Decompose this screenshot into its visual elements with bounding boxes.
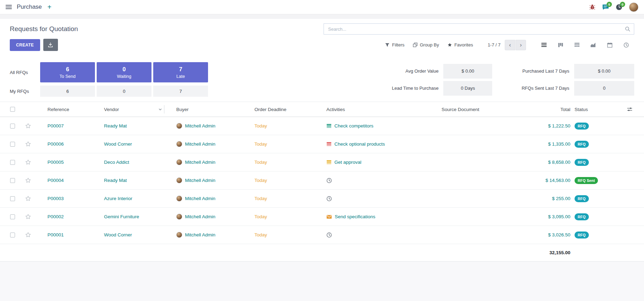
reference-link[interactable]: P00007 — [36, 123, 92, 129]
messages-icon[interactable]: 5 — [602, 4, 609, 10]
reference-link[interactable]: P00005 — [36, 160, 92, 165]
apps-menu-icon[interactable] — [6, 5, 12, 9]
favorite-star-icon[interactable] — [25, 196, 31, 201]
vendor-link[interactable]: Azure Interior — [92, 196, 164, 201]
order-deadline-cell[interactable]: Today — [243, 214, 314, 219]
buyer-cell[interactable]: Mitchell Admin — [164, 177, 243, 183]
search-input[interactable] — [328, 27, 625, 32]
buyer-cell[interactable]: Mitchell Admin — [164, 141, 243, 147]
search-bar[interactable] — [324, 23, 634, 35]
table-row[interactable]: P00004 Ready Mat Mitchell Admin Today $ … — [0, 171, 644, 190]
header-total[interactable]: Total — [505, 107, 571, 112]
order-deadline-cell[interactable]: Today — [243, 232, 314, 237]
export-button[interactable] — [43, 39, 58, 51]
row-checkbox[interactable] — [10, 214, 15, 219]
reference-link[interactable]: P00004 — [36, 178, 92, 183]
activity-cell[interactable]: Send specifications — [314, 214, 430, 220]
buyer-cell[interactable]: Mitchell Admin — [164, 214, 243, 220]
activity-view-button[interactable] — [618, 39, 634, 51]
activity-label[interactable]: Send specifications — [335, 214, 375, 219]
table-row[interactable]: P00005 Deco Addict Mitchell Admin Today … — [0, 153, 644, 171]
favorite-star-icon[interactable] — [25, 159, 31, 165]
activity-cell[interactable] — [314, 232, 430, 238]
optional-columns-button[interactable] — [620, 107, 639, 112]
header-source-document[interactable]: Source Document — [430, 107, 505, 112]
buyer-cell[interactable]: Mitchell Admin — [164, 232, 243, 238]
tile-late[interactable]: 7 Late — [153, 62, 208, 82]
activity-cell[interactable]: Get approval — [314, 160, 430, 165]
activity-icon[interactable] — [326, 232, 332, 238]
buyer-cell[interactable]: Mitchell Admin — [164, 159, 243, 165]
buyer-cell[interactable]: Mitchell Admin — [164, 196, 243, 201]
activity-cell[interactable]: Check optional products — [314, 141, 430, 147]
select-all-checkbox[interactable] — [10, 107, 15, 112]
favorite-star-icon[interactable] — [25, 141, 31, 147]
header-vendor[interactable]: Vendor — [92, 102, 164, 117]
user-avatar[interactable] — [629, 2, 638, 12]
table-row[interactable]: P00001 Wood Corner Mitchell Admin Today … — [0, 226, 644, 244]
reference-link[interactable]: P00003 — [36, 196, 92, 201]
graph-view-button[interactable] — [585, 39, 601, 51]
header-order-deadline[interactable]: Order Deadline — [243, 107, 314, 112]
reference-link[interactable]: P00006 — [36, 141, 92, 147]
order-deadline-cell[interactable]: Today — [243, 141, 314, 147]
vendor-link[interactable]: Wood Corner — [92, 232, 164, 237]
favorite-star-icon[interactable] — [25, 177, 31, 183]
order-deadline-cell[interactable]: Today — [243, 123, 314, 129]
row-checkbox[interactable] — [10, 124, 15, 129]
order-deadline-cell[interactable]: Today — [243, 178, 314, 183]
favorite-star-icon[interactable] — [25, 232, 31, 238]
row-checkbox[interactable] — [10, 160, 15, 165]
row-checkbox[interactable] — [10, 233, 15, 237]
kanban-view-button[interactable] — [552, 39, 569, 51]
header-reference[interactable]: Reference — [36, 107, 92, 112]
list-view-button[interactable] — [536, 39, 552, 51]
search-icon[interactable] — [625, 26, 630, 32]
plus-icon[interactable]: + — [47, 3, 52, 10]
activity-label[interactable]: Check competitors — [334, 123, 373, 129]
header-buyer[interactable]: Buyer — [164, 107, 243, 112]
activity-icon[interactable] — [326, 178, 332, 183]
activity-label[interactable]: Check optional products — [334, 141, 385, 147]
calendar-view-button[interactable] — [601, 39, 618, 51]
table-row[interactable]: P00003 Azure Interior Mitchell Admin Tod… — [0, 190, 644, 208]
row-checkbox[interactable] — [10, 178, 15, 183]
header-status[interactable]: Status — [571, 107, 620, 112]
activity-icon[interactable] — [326, 160, 332, 165]
table-row[interactable]: P00006 Wood Corner Mitchell Admin Today … — [0, 135, 644, 153]
activity-icon[interactable] — [326, 196, 332, 201]
activity-icon[interactable] — [326, 214, 332, 220]
activity-clock-icon[interactable]: 0 — [616, 4, 622, 10]
app-name[interactable]: Purchase — [17, 3, 42, 10]
filters-button[interactable]: Filters — [381, 40, 408, 50]
header-activities[interactable]: Activities — [314, 107, 430, 112]
order-deadline-cell[interactable]: Today — [243, 160, 314, 165]
vendor-link[interactable]: Ready Mat — [92, 178, 164, 183]
vendor-link[interactable]: Gemini Furniture — [92, 214, 164, 219]
pager-previous-button[interactable]: ‹ — [505, 40, 515, 50]
create-button[interactable]: CREATE — [10, 39, 40, 51]
row-checkbox[interactable] — [10, 142, 15, 147]
table-row[interactable]: P00007 Ready Mat Mitchell Admin Today Ch… — [0, 117, 644, 135]
pager-next-button[interactable]: › — [516, 40, 526, 50]
activity-icon[interactable] — [326, 141, 332, 147]
activity-cell[interactable]: Check competitors — [314, 123, 430, 129]
tile-waiting[interactable]: 0 Waiting — [97, 62, 151, 82]
reference-link[interactable]: P00002 — [36, 214, 92, 219]
favorite-star-icon[interactable] — [25, 214, 31, 220]
group-by-button[interactable]: Group By — [409, 40, 443, 50]
vendor-link[interactable]: Wood Corner — [92, 141, 164, 147]
my-late-value[interactable]: 7 — [153, 86, 208, 97]
activity-cell[interactable] — [314, 196, 430, 201]
tile-to-send[interactable]: 6 To Send — [40, 62, 95, 82]
row-checkbox[interactable] — [10, 196, 15, 201]
favorites-button[interactable]: Favorites — [443, 40, 477, 50]
vendor-link[interactable]: Deco Addict — [92, 160, 164, 165]
reference-link[interactable]: P00001 — [36, 232, 92, 237]
my-to-send-value[interactable]: 6 — [40, 86, 95, 97]
pivot-view-button[interactable] — [569, 39, 585, 51]
activity-label[interactable]: Get approval — [334, 160, 361, 165]
activity-icon[interactable] — [326, 123, 332, 129]
debug-bug-icon[interactable] — [589, 4, 595, 10]
favorite-star-icon[interactable] — [25, 123, 31, 129]
